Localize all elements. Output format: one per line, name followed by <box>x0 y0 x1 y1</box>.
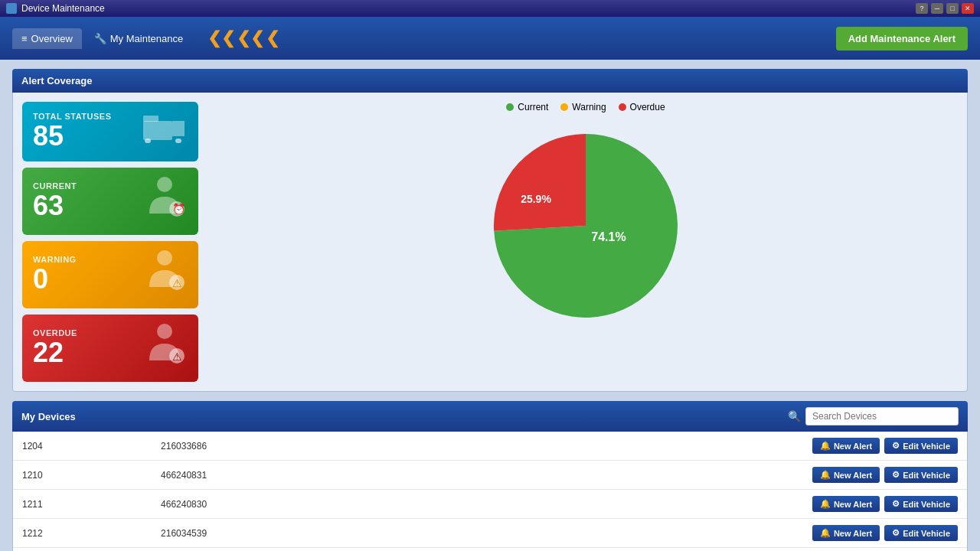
svg-text:⚠: ⚠ <box>172 350 182 363</box>
stat-card-overdue-left: OVERDUE 22 <box>33 328 77 368</box>
nav-arrow-3[interactable]: ❮ <box>266 30 279 47</box>
legend-current: Current <box>506 102 548 112</box>
truck-icon <box>142 109 188 154</box>
devices-section-body: 1204 216033686 🔔 New Alert ⚙ Edit Vehicl… <box>12 432 968 551</box>
device-actions: 🔔 New Alert ⚙ Edit Vehicle <box>381 432 967 461</box>
alert-coverage-body: TOTAL STATUSES 85 <box>12 93 968 392</box>
new-alert-button[interactable]: 🔔 New Alert <box>812 467 880 483</box>
add-maintenance-alert-button[interactable]: Add Maintenance Alert <box>836 27 968 51</box>
device-name: 1210 <box>13 461 152 490</box>
maximize-btn[interactable]: □ <box>946 3 959 14</box>
pie-chart: 74.1% 25.9% <box>479 119 693 333</box>
edit-vehicle-button[interactable]: ⚙ Edit Vehicle <box>884 525 958 541</box>
device-name: 1211 <box>13 490 152 519</box>
stat-card-current-left: CURRENT 63 <box>33 181 77 221</box>
legend-dot-current <box>506 103 514 111</box>
search-box-wrap: 🔍 <box>788 407 959 425</box>
svg-rect-3 <box>145 139 151 143</box>
nav-arrow-2[interactable]: ❮❮ <box>237 30 264 47</box>
current-person-icon: ⏰ <box>142 175 188 227</box>
my-devices-section: My Devices 🔍 1204 216033686 🔔 New Alert <box>12 401 968 551</box>
app-title: Device Maintenance <box>21 3 105 14</box>
edit-vehicle-button[interactable]: ⚙ Edit Vehicle <box>884 496 958 512</box>
legend-dot-warning <box>560 103 568 111</box>
nav-tabs: ≡ Overview 🔧 My Maintenance <box>12 28 192 49</box>
table-row: 1204 216033686 🔔 New Alert ⚙ Edit Vehicl… <box>13 432 967 461</box>
minimize-btn[interactable]: ─ <box>931 3 943 14</box>
edit-vehicle-button[interactable]: ⚙ Edit Vehicle <box>884 438 958 454</box>
new-alert-button[interactable]: 🔔 New Alert <box>812 496 880 512</box>
help-btn[interactable]: ? <box>916 3 928 14</box>
table-row: 1212 216034539 🔔 New Alert ⚙ Edit Vehicl… <box>13 519 967 548</box>
new-alert-button[interactable]: 🔔 New Alert <box>812 438 880 454</box>
bell-icon: 🔔 <box>820 499 831 509</box>
alert-coverage-title: Alert Coverage <box>21 75 92 86</box>
legend-dot-overdue <box>619 103 626 111</box>
warning-person-icon: ⚠ <box>142 249 188 301</box>
devices-table: 1204 216033686 🔔 New Alert ⚙ Edit Vehicl… <box>13 432 967 551</box>
bell-icon: 🔔 <box>820 470 831 480</box>
chart-area: Current Warning Overdue <box>214 102 958 382</box>
device-name: 1204 <box>13 432 152 461</box>
tab-my-maintenance[interactable]: 🔧 My Maintenance <box>85 28 192 49</box>
svg-text:⚠: ⚠ <box>172 277 182 289</box>
bell-icon: 🔔 <box>820 528 831 538</box>
edit-vehicle-button[interactable]: ⚙ Edit Vehicle <box>884 467 958 483</box>
svg-rect-5 <box>143 116 158 122</box>
overdue-value: 22 <box>33 337 77 368</box>
svg-point-6 <box>157 177 172 192</box>
alert-coverage-section: Alert Coverage TOTAL STATUSES 85 <box>12 69 968 392</box>
maintenance-icon: 🔧 <box>94 33 106 44</box>
device-actions: 🔔 New Alert ⚙ Edit Vehicle <box>381 490 967 519</box>
device-actions: 🔔 New Alert ⚙ Edit Vehicle <box>381 461 967 490</box>
warning-value: 0 <box>33 264 77 295</box>
search-input[interactable] <box>805 407 959 425</box>
device-id: 216033686 <box>152 432 381 461</box>
devices-section-title: My Devices <box>21 411 76 422</box>
device-id: 466240831 <box>152 461 381 490</box>
search-icon[interactable]: 🔍 <box>788 410 801 422</box>
device-id: 466240830 <box>152 490 381 519</box>
device-id: 216034539 <box>152 519 381 548</box>
new-alert-button[interactable]: 🔔 New Alert <box>812 525 880 541</box>
nav-arrows: ❮❮ ❮❮ ❮ <box>207 30 279 47</box>
svg-text:25.9%: 25.9% <box>521 193 551 205</box>
devices-section-header: My Devices 🔍 <box>12 401 968 432</box>
stat-card-overdue: OVERDUE 22 ⚠ <box>22 315 198 382</box>
gear-icon: ⚙ <box>892 470 900 480</box>
gear-icon: ⚙ <box>892 441 900 451</box>
tab-overview-label: Overview <box>31 33 73 44</box>
chart-legend: Current Warning Overdue <box>506 102 665 112</box>
window-controls: ? ─ □ ✕ <box>916 3 974 14</box>
main-content: Alert Coverage TOTAL STATUSES 85 <box>0 60 980 551</box>
svg-point-12 <box>157 324 172 339</box>
nav-arrow-1[interactable]: ❮❮ <box>207 30 235 47</box>
close-btn[interactable]: ✕ <box>962 3 974 14</box>
stat-card-warning: WARNING 0 ⚠ <box>22 241 198 308</box>
gear-icon: ⚙ <box>892 499 900 509</box>
total-statuses-value: 85 <box>33 121 112 152</box>
overview-icon: ≡ <box>21 33 28 44</box>
table-row: 1211 466240830 🔔 New Alert ⚙ Edit Vehicl… <box>13 490 967 519</box>
tab-overview[interactable]: ≡ Overview <box>12 28 82 49</box>
device-actions: 🔔 New Alert ⚙ Edit Vehicle <box>381 548 967 552</box>
stat-cards: TOTAL STATUSES 85 <box>22 102 198 382</box>
device-name: 1212 <box>13 519 152 548</box>
stat-card-warning-left: WARNING 0 <box>33 255 77 295</box>
legend-warning-label: Warning <box>572 102 606 112</box>
current-value: 63 <box>33 191 77 221</box>
device-actions: 🔔 New Alert ⚙ Edit Vehicle <box>381 519 967 548</box>
legend-current-label: Current <box>518 102 548 112</box>
table-row: 1213 216032302 🔔 New Alert ⚙ Edit Vehicl… <box>13 548 967 552</box>
stat-card-current: CURRENT 63 ⏰ <box>22 168 198 235</box>
svg-point-9 <box>157 250 172 266</box>
stat-card-total-left: TOTAL STATUSES 85 <box>33 112 112 152</box>
overdue-person-icon: ⚠ <box>142 322 188 374</box>
gear-icon: ⚙ <box>892 528 900 538</box>
title-bar: Device Maintenance ? ─ □ ✕ <box>0 0 980 17</box>
device-id: 216032302 <box>152 548 381 552</box>
tab-my-maintenance-label: My Maintenance <box>110 33 183 44</box>
svg-text:74.1%: 74.1% <box>591 230 626 243</box>
table-row: 1210 466240831 🔔 New Alert ⚙ Edit Vehicl… <box>13 461 967 490</box>
svg-rect-0 <box>8 5 15 12</box>
